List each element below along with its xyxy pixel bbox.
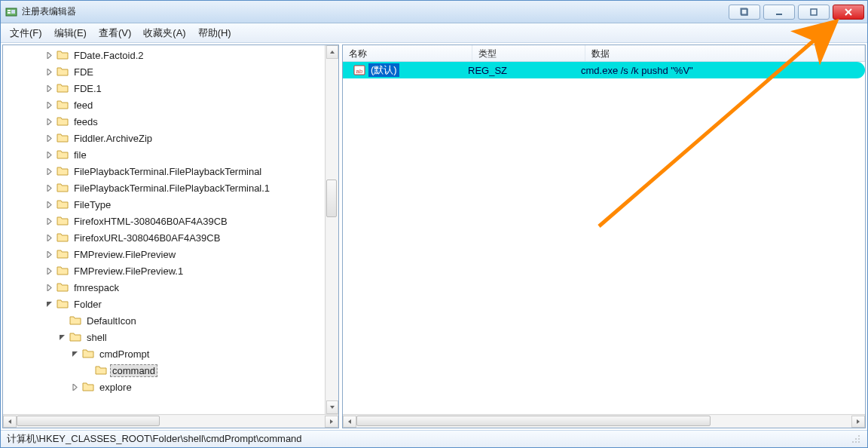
expand-icon[interactable] [44,216,53,226]
tree-item-label: feed [72,99,95,112]
tree-item[interactable]: Folder [3,296,325,312]
collapse-icon[interactable] [70,349,79,358]
tree-item-label: Fiddler.ArchiveZip [72,132,154,145]
expand-icon[interactable] [44,183,53,192]
expand-icon[interactable] [44,250,53,259]
svg-point-17 [858,441,860,443]
tree-pane: FDate.Factoid.2FDEFDE.1feedfeedsFiddler.… [2,44,339,428]
svg-point-14 [858,438,860,440]
minimize-button[interactable] [763,5,795,20]
svg-point-15 [852,441,854,443]
list-header[interactable]: 名称 类型 数据 [343,45,865,62]
string-value-icon: ab [353,64,365,76]
resize-grip-icon[interactable] [851,434,861,444]
expand-icon[interactable] [44,100,53,109]
menu-edit[interactable]: 编辑(E) [48,24,93,42]
tree-item[interactable]: FMPreview.FilePreview.1 [3,262,325,279]
tree-hscrollbar[interactable] [3,414,338,428]
tree-item[interactable]: FDE [3,63,325,80]
tree-item-label: command [110,364,157,377]
svg-rect-7 [811,9,817,15]
tree-item-label: shell [84,331,109,344]
tree-item[interactable]: FDE.1 [3,80,325,97]
expand-icon[interactable] [44,84,53,93]
tree-item[interactable]: Fiddler.ArchiveZip [3,130,325,146]
tree-item[interactable]: feeds [3,113,325,130]
svg-point-12 [858,435,860,437]
value-type: REG_SZ [462,63,575,78]
expand-icon[interactable] [44,167,53,176]
value-row[interactable]: ab(默认)REG_SZcmd.exe /s /k pushd "%V" [343,62,865,78]
menu-favorites[interactable]: 收藏夹(A) [137,24,191,42]
tree-item[interactable]: shell [3,329,325,345]
expand-icon[interactable] [44,283,53,292]
scroll-right-button[interactable] [851,416,865,428]
scroll-down-button[interactable] [326,400,338,414]
tree-item[interactable]: fmrespack [3,279,325,296]
value-list[interactable]: ab(默认)REG_SZcmd.exe /s /k pushd "%V" [343,62,865,414]
collapse-icon[interactable] [44,299,53,308]
help-button[interactable] [729,5,760,20]
tree-item-label: FDE.1 [72,82,104,95]
svg-point-13 [855,438,857,440]
tree-item-label: FilePlaybackTerminal.FilePlaybackTermina… [72,182,272,195]
tree-item[interactable]: DefaultIcon [3,312,325,329]
expand-icon[interactable] [44,117,53,126]
tree-item-label: DefaultIcon [84,315,139,327]
maximize-button[interactable] [798,5,830,20]
scroll-up-button[interactable] [326,45,338,59]
tree-item-label: cmdPrompt [97,348,151,361]
value-name: (默认) [368,63,399,77]
tree-item-label: FirefoxHTML-308046B0AF4A39CB [72,215,230,228]
tree-vthumb[interactable] [326,180,337,217]
svg-rect-2 [8,12,11,14]
tree-item[interactable]: cmdPrompt [3,345,325,362]
tree-item-label: Folder [72,298,104,311]
tree-item-label: explore [97,381,134,394]
tree-item[interactable]: file [3,146,325,163]
close-button[interactable] [833,5,864,20]
tree-item[interactable]: feed [3,97,325,113]
scroll-left-button[interactable] [3,416,17,428]
status-path: 计算机\HKEY_CLASSES_ROOT\Folder\shell\cmdPr… [7,432,302,446]
svg-text:ab: ab [356,68,363,75]
statusbar: 计算机\HKEY_CLASSES_ROOT\Folder\shell\cmdPr… [1,431,867,447]
menubar: 文件(F) 编辑(E) 查看(V) 收藏夹(A) 帮助(H) [1,23,867,43]
expand-icon[interactable] [44,150,53,159]
expand-icon[interactable] [44,233,53,242]
tree-item[interactable]: FirefoxHTML-308046B0AF4A39CB [3,213,325,229]
tree-view[interactable]: FDate.Factoid.2FDEFDE.1feedfeedsFiddler.… [3,45,325,414]
expand-icon[interactable] [44,51,53,60]
collapse-icon[interactable] [57,333,66,342]
tree-hthumb[interactable] [17,416,160,426]
tree-item[interactable]: FileType [3,196,325,213]
scroll-right-button[interactable] [325,416,338,428]
tree-item[interactable]: FirefoxURL-308046B0AF4A39CB [3,229,325,246]
menu-view[interactable]: 查看(V) [93,24,137,42]
tree-item[interactable]: FDate.Factoid.2 [3,47,325,63]
expand-icon[interactable] [44,200,53,209]
titlebar[interactable]: 注册表编辑器 [1,1,867,23]
tree-item[interactable]: FMPreview.FilePreview [3,246,325,262]
list-hscrollbar[interactable] [343,414,865,428]
expand-icon[interactable] [44,133,53,143]
registry-editor-window: 注册表编辑器 文件(F) 编辑(E) 查看(V) 收藏夹(A) 帮助(H) [0,0,868,448]
list-hthumb[interactable] [356,416,711,426]
menu-file[interactable]: 文件(F) [4,24,48,42]
expand-icon[interactable] [44,67,53,76]
tree-item[interactable]: FilePlaybackTerminal.FilePlaybackTermina… [3,180,325,196]
expand-icon[interactable] [44,266,53,275]
tree-vscrollbar[interactable] [325,45,338,414]
tree-item[interactable]: command [3,362,325,379]
menu-help[interactable]: 帮助(H) [192,24,237,42]
col-name[interactable]: 名称 [343,45,472,61]
tree-item-label: FileType [72,198,113,211]
tree-item[interactable]: explore [3,379,325,395]
col-data[interactable]: 数据 [585,45,865,61]
col-type[interactable]: 类型 [472,45,585,61]
scroll-left-button[interactable] [343,416,356,428]
workarea: FDate.Factoid.2FDEFDE.1feedfeedsFiddler.… [1,43,867,431]
tree-item-label: fmrespack [72,281,121,294]
tree-item[interactable]: FilePlaybackTerminal.FilePlaybackTermina… [3,163,325,180]
expand-icon[interactable] [70,382,79,391]
